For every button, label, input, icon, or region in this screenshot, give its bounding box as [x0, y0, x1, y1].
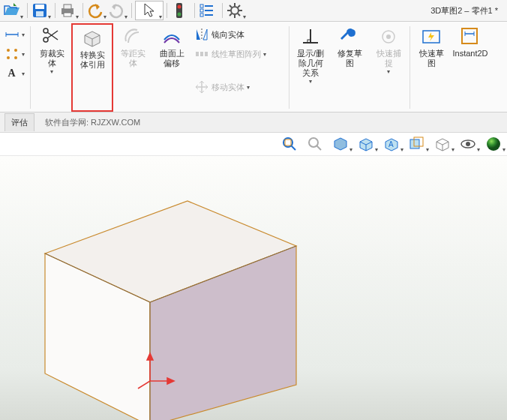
trim-label: 剪裁实 体: [40, 49, 64, 68]
hide-show-button[interactable]: ▾: [408, 135, 426, 153]
traffic-light-button[interactable]: [170, 2, 191, 20]
zoom-fit-icon: [280, 135, 298, 153]
traffic-light-icon: [170, 2, 191, 20]
save-button[interactable]: ▾: [31, 2, 52, 20]
svg-point-27: [7, 56, 10, 59]
ribbon-toolbar: ▾ ▾ A ▾ 剪裁实 体 ▾ 转换实 体引用 等距实 体: [0, 22, 507, 112]
repair-label: 修复草 图: [338, 49, 362, 68]
svg-point-8: [178, 13, 182, 16]
surface-offset-icon: [161, 26, 182, 47]
svg-line-46: [291, 146, 296, 150]
svg-rect-10: [200, 9, 203, 12]
zoom-fit-button[interactable]: [280, 135, 298, 153]
svg-rect-5: [64, 13, 71, 16]
tool-2[interactable]: ▾: [4, 44, 25, 64]
svg-rect-43: [462, 28, 477, 44]
dim-tool-1[interactable]: ▾: [4, 25, 25, 44]
zoom-area-button[interactable]: [306, 135, 324, 153]
svg-point-55: [487, 137, 500, 151]
svg-text:A: A: [388, 140, 394, 148]
display-relations-button[interactable]: 显示/删 除几何 关系 ▾: [294, 25, 327, 86]
dropdown-icon: ▾: [124, 14, 128, 20]
perpendicular-icon: [300, 26, 321, 47]
svg-point-26: [14, 49, 17, 52]
eye-visibility-button[interactable]: ▾: [459, 135, 477, 153]
model-viewport[interactable]: [0, 156, 507, 420]
text-icon: A: [4, 66, 20, 81]
svg-rect-34: [196, 52, 199, 56]
instant2d-button[interactable]: Instant2D: [454, 25, 487, 60]
svg-rect-4: [64, 4, 71, 9]
settings-button[interactable]: ▾: [226, 2, 247, 20]
dropdown-icon: ▾: [20, 14, 23, 20]
display-style-button[interactable]: ▾: [357, 135, 375, 153]
svg-rect-51: [410, 140, 419, 148]
snap-icon: [378, 26, 399, 47]
appearance-button[interactable]: ▾: [434, 135, 452, 153]
dropdown-icon: ▾: [159, 14, 162, 20]
svg-point-41: [386, 34, 391, 39]
watermark-text: 软件自学网: RJZXW.COM: [45, 117, 140, 128]
move-label: 移动实体: [212, 82, 244, 93]
redo-button[interactable]: ▾: [107, 2, 128, 20]
pattern-icon: [4, 46, 20, 62]
repair-sketch-button[interactable]: 修复草 图: [333, 25, 366, 70]
convert-label: 转换实 体引用: [80, 50, 105, 70]
cube-icon: [82, 28, 103, 49]
section-icon: A: [382, 135, 400, 153]
quick-snap-label: 快速捕 捉: [376, 49, 401, 68]
svg-line-49: [316, 146, 321, 150]
dropdown-icon: ▾: [104, 14, 106, 20]
mirror-entities-button[interactable]: 镜向实体: [194, 25, 244, 44]
open-button[interactable]: ▾: [3, 2, 24, 20]
mirror-icon: [194, 27, 209, 42]
view-orientation-button[interactable]: ▾: [332, 135, 350, 153]
text-tool[interactable]: A ▾: [4, 64, 25, 83]
svg-rect-2: [36, 11, 44, 16]
quick-snap-button: 快速捕 捉 ▾: [372, 25, 405, 76]
model-cube-graphic: [0, 156, 507, 420]
view-toolbar: ▾ ▾ A▾ ▾ ▾ ▾ ▾: [0, 133, 507, 156]
svg-point-28: [14, 56, 17, 59]
offset-on-surface-button[interactable]: 曲面上 偏移: [155, 25, 188, 70]
print-button[interactable]: ▾: [58, 2, 80, 20]
surface-offset-label: 曲面上 偏移: [160, 49, 184, 68]
dimension-icon: [4, 27, 20, 42]
svg-rect-9: [200, 4, 203, 8]
list-button[interactable]: [198, 2, 219, 20]
svg-rect-47: [285, 140, 291, 146]
linear-pattern-icon: [194, 46, 209, 62]
tab-bar: 评估 软件自学网: RJZXW.COM: [0, 112, 507, 133]
section-view-button[interactable]: A▾: [382, 135, 400, 153]
svg-line-31: [47, 32, 58, 40]
instant2d-icon: [460, 26, 481, 47]
cube-display-icon: [357, 135, 375, 153]
tab-evaluate[interactable]: 评估: [4, 113, 34, 131]
zoom-icon: [306, 135, 324, 153]
mirror-label: 镜向实体: [212, 29, 244, 40]
sphere-icon: [484, 135, 502, 153]
svg-rect-35: [200, 52, 203, 56]
rapid-sketch-button[interactable]: 快速草 图: [415, 25, 448, 70]
wrench-icon: [339, 26, 360, 47]
display-relations-label: 显示/删 除几何 关系: [297, 49, 324, 78]
dropdown-icon: ▾: [48, 14, 51, 20]
lightning-icon: [421, 26, 442, 47]
linear-pattern-button: 线性草图阵列 ▾: [194, 44, 266, 64]
select-mode-button[interactable]: ▾: [135, 1, 164, 20]
instant2d-label: Instant2D: [452, 49, 488, 58]
trim-entities-button[interactable]: 剪裁实 体 ▾: [35, 25, 68, 76]
cube-wire-icon: [434, 135, 452, 153]
offset-entities-button: 等距实 体: [116, 25, 149, 70]
convert-entities-highlighted: 转换实 体引用: [71, 23, 113, 112]
scissors-icon: [41, 26, 62, 47]
orient-icon: [332, 135, 350, 153]
convert-entities-button[interactable]: 转换实 体引用: [76, 26, 109, 71]
svg-rect-36: [205, 52, 208, 56]
render-button[interactable]: ▾: [484, 135, 502, 153]
list-icon: [198, 2, 219, 20]
dropdown-icon: ▾: [243, 14, 246, 20]
undo-button[interactable]: ▾: [86, 2, 107, 20]
rapid-sketch-label: 快速草 图: [419, 49, 444, 68]
offset-label: 等距实 体: [121, 49, 146, 68]
